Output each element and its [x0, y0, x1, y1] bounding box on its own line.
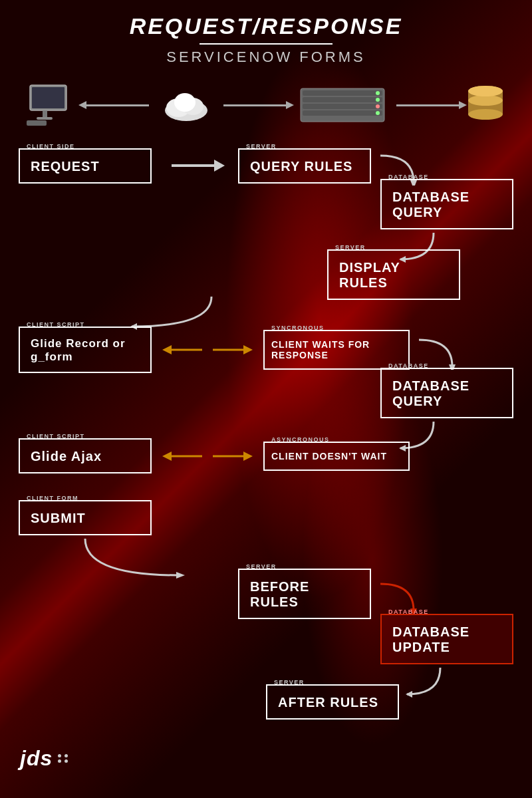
svg-marker-30 [406, 691, 412, 698]
box-submit: CLIENT FORM SUBMIT [19, 500, 152, 535]
row-client-script: CLIENT SCRIPT Glide Record or g_form SYN… [19, 327, 513, 373]
box-asyncronous: ASYNCRONOUS CLIENT DOESN'T WAIT [263, 442, 410, 471]
row-db-query-1: DATABASE DATABASE QUERY [19, 179, 513, 229]
curve-submit [72, 535, 218, 582]
box-db-query-2: DATABASE DATABASE QUERY [380, 368, 513, 418]
box-asyncronous-label: ASYNCRONOUS [271, 436, 330, 443]
arrow-left-orange [162, 344, 202, 356]
box-syncronous-label: SYNCRONOUS [271, 325, 325, 331]
box-request-text: REQUEST [20, 150, 150, 182]
row-submit: CLIENT FORM SUBMIT [19, 500, 513, 535]
dot3 [58, 759, 61, 763]
svg-point-16 [376, 104, 380, 108]
svg-point-15 [376, 98, 380, 102]
server-icon [299, 85, 386, 125]
box-client-script-label: CLIENT SCRIPT [27, 321, 85, 328]
database-icon [466, 82, 505, 128]
dot1 [58, 754, 61, 757]
box-display-rules-text: DISPLAY RULES [329, 251, 459, 299]
svg-point-20 [468, 109, 503, 120]
svg-rect-13 [303, 110, 382, 116]
box-before-rules-text: BEFORE RULES [239, 570, 370, 618]
svg-rect-10 [303, 90, 382, 96]
row-db-update: DATABASE DATABASE UPDATE [19, 614, 513, 664]
cloud-icon [160, 85, 213, 125]
box-glide-ajax: CLIENT SCRIPT Glide Ajax [19, 438, 152, 473]
computer-icon [27, 82, 80, 128]
box-submit-text: SUBMIT [20, 501, 150, 534]
svg-point-21 [468, 95, 503, 106]
section-spacer [19, 473, 513, 500]
box-after-rules-label: SERVER [274, 679, 305, 686]
box-db-update-label: DATABASE [388, 608, 429, 615]
svg-rect-11 [303, 97, 382, 102]
box-db-query-2-text: DATABASE QUERY [382, 369, 512, 417]
footer: jds [0, 733, 532, 784]
icons-row [0, 72, 532, 128]
svg-point-17 [376, 111, 380, 115]
box-db-query-1: DATABASE DATABASE QUERY [380, 179, 513, 229]
arrow-left-orange2 [162, 450, 202, 462]
box-submit-label: CLIENT FORM [27, 495, 78, 501]
logo-dots [58, 754, 68, 763]
box-client-script: CLIENT SCRIPT Glide Record or g_form [19, 327, 152, 373]
box-before-rules: SERVER BEFORE RULES [238, 569, 371, 619]
box-request: CLIENT SIDE REQUEST [19, 148, 152, 184]
double-arrow-async [157, 450, 258, 462]
arrow-back-icon [84, 104, 149, 106]
header: REQUEST/RESPONSE SERVICENOW FORMS [0, 0, 532, 72]
box-before-rules-label: SERVER [246, 563, 277, 570]
double-arrow-sync [157, 344, 258, 356]
box-syncronous-text: CLIENT WAITS FOR RESPONSE [265, 331, 408, 368]
svg-point-8 [174, 93, 196, 112]
box-db-query-1-text: DATABASE QUERY [382, 180, 512, 228]
diagram: CLIENT SIDE REQUEST SERVER QUERY RULES D… [0, 128, 532, 733]
box-glide-ajax-label: CLIENT SCRIPT [27, 433, 85, 440]
row-db-query-2: DATABASE DATABASE QUERY [19, 368, 513, 418]
svg-rect-3 [37, 117, 53, 120]
curve-dbupdate-left [400, 664, 454, 698]
svg-rect-4 [27, 120, 47, 126]
svg-point-14 [376, 91, 380, 95]
box-after-rules-text: AFTER RULES [267, 686, 398, 718]
box-syncronous: SYNCRONOUS CLIENT WAITS FOR RESPONSE [263, 330, 410, 370]
box-client-script-text: Glide Record or g_form [20, 328, 150, 372]
box-request-label: CLIENT SIDE [27, 143, 75, 150]
box-query-rules-label: SERVER [246, 143, 277, 150]
svg-rect-12 [303, 104, 382, 109]
arrow-right-orange [213, 344, 253, 356]
main-title: REQUEST/RESPONSE [0, 13, 532, 39]
dot4 [65, 759, 68, 763]
svg-rect-1 [32, 87, 65, 108]
arrow-forward-icon [223, 104, 289, 106]
box-after-rules: SERVER AFTER RULES [266, 684, 399, 720]
subtitle: SERVICENOW FORMS [0, 49, 532, 66]
row-display-rules: SERVER DISPLAY RULES [19, 249, 513, 300]
arrow-request-to-query [172, 158, 225, 173]
header-divider [200, 43, 332, 45]
box-display-rules-label: SERVER [335, 244, 366, 251]
box-db-update-text: DATABASE UPDATE [382, 615, 512, 663]
box-db-query-1-label: DATABASE [388, 174, 429, 180]
dot2 [65, 754, 68, 757]
logo-text: jds [20, 746, 53, 771]
box-query-rules-text: QUERY RULES [239, 150, 370, 182]
box-asyncronous-text: CLIENT DOESN'T WAIT [265, 443, 408, 469]
box-db-query-2-label: DATABASE [388, 362, 429, 369]
svg-marker-28 [176, 572, 185, 579]
arrow-right-orange2 [213, 450, 253, 462]
arrow-to-db-icon [396, 104, 462, 106]
box-db-update: DATABASE DATABASE UPDATE [380, 614, 513, 664]
box-query-rules: SERVER QUERY RULES [238, 148, 371, 184]
box-glide-ajax-text: Glide Ajax [20, 440, 150, 472]
svg-point-22 [468, 86, 503, 96]
box-display-rules: SERVER DISPLAY RULES [327, 249, 460, 300]
